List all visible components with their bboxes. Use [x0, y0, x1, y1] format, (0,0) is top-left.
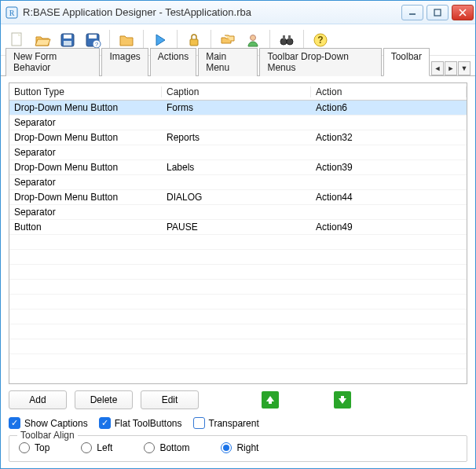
cell-caption: PAUSE: [162, 222, 311, 233]
table-row[interactable]: Separator: [9, 115, 467, 130]
tab-new-form-behavior[interactable]: New Form Behavior: [5, 48, 100, 76]
table-row-empty: [9, 354, 467, 369]
cell-type: Separator: [9, 117, 162, 128]
svg-rect-20: [283, 35, 285, 39]
edit-button[interactable]: Edit: [141, 390, 199, 409]
svg-text:?: ?: [317, 35, 323, 46]
svg-rect-27: [341, 396, 344, 399]
cell-action: Action39: [311, 162, 467, 173]
table-row[interactable]: ButtonPAUSEAction49: [9, 220, 467, 235]
table-row-empty: [9, 235, 467, 250]
cell-action: Action44: [311, 192, 467, 203]
tab-toolbar[interactable]: Toolbar: [383, 48, 430, 76]
tab-content: Button Type Caption Action Drop-Down Men…: [1, 76, 475, 468]
align-options: TopLeftBottomRight: [19, 442, 457, 453]
move-up-icon[interactable]: [262, 391, 279, 409]
table-row-empty: [9, 265, 467, 280]
align-radio-top[interactable]: Top: [19, 442, 49, 453]
radio-icon: [19, 442, 30, 453]
table-row[interactable]: Separator: [9, 205, 467, 220]
tab-strip: New Form BehaviorImagesActionsMain MenuT…: [1, 56, 475, 76]
svg-rect-3: [434, 9, 441, 16]
svg-point-17: [251, 35, 256, 40]
tab-images[interactable]: Images: [101, 48, 148, 76]
radio-label: Right: [236, 442, 258, 453]
svg-rect-10: [64, 41, 71, 46]
svg-marker-15: [156, 35, 165, 46]
table-row[interactable]: Drop-Down Menu ButtonLabelsAction39: [9, 160, 467, 175]
table-row-empty: [9, 295, 467, 310]
toolbar-grid[interactable]: Button Type Caption Action Drop-Down Men…: [9, 82, 467, 384]
table-row[interactable]: Separator: [9, 145, 467, 160]
checkbox-label: Flat ToolButtons: [115, 418, 182, 429]
align-radio-right[interactable]: Right: [221, 442, 258, 453]
svg-rect-21: [288, 35, 291, 39]
table-row-empty: [9, 310, 467, 324]
cell-caption: Forms: [162, 102, 311, 113]
radio-label: Top: [35, 442, 49, 453]
cell-type: Separator: [9, 147, 162, 158]
table-row[interactable]: Drop-Down Menu ButtonReportsAction32: [9, 130, 467, 145]
checkbox-label: Transparent: [209, 418, 259, 429]
cell-type: Drop-Down Menu Button: [9, 132, 162, 143]
app-icon: R: [5, 6, 18, 19]
cell-caption: Reports: [162, 132, 311, 143]
checkbox-label: Show Captions: [24, 418, 88, 429]
transparent-checkbox[interactable]: Transparent: [193, 417, 259, 429]
col-header-action[interactable]: Action: [311, 86, 467, 97]
cell-action: Action6: [311, 102, 467, 113]
app-window: R R:BASE Application Designer - TestAppl…: [0, 0, 476, 469]
table-row[interactable]: Drop-Down Menu ButtonFormsAction6: [9, 101, 467, 115]
move-down-icon[interactable]: [334, 391, 351, 409]
maximize-button[interactable]: [427, 5, 449, 20]
window-controls: [401, 5, 474, 20]
show-captions-checkbox[interactable]: ✓ Show Captions: [9, 417, 88, 429]
tab-scroll-right[interactable]: ►: [445, 61, 457, 75]
cell-type: Separator: [9, 177, 162, 188]
radio-label: Left: [97, 442, 112, 453]
radio-label: Bottom: [159, 442, 189, 453]
radio-icon: [81, 442, 92, 453]
tab-dropdown[interactable]: ▼: [458, 61, 471, 75]
col-header-type[interactable]: Button Type: [9, 86, 162, 97]
tab-toolbar-drop-down-menus[interactable]: Toolbar Drop-Down Menus: [259, 48, 381, 76]
svg-point-19: [287, 38, 293, 45]
delete-button[interactable]: Delete: [75, 390, 133, 409]
flat-toolbuttons-checkbox[interactable]: ✓ Flat ToolButtons: [99, 417, 182, 429]
cell-type: Drop-Down Menu Button: [9, 102, 162, 113]
minimize-button[interactable]: [401, 5, 423, 20]
svg-marker-26: [339, 398, 346, 404]
cell-type: Drop-Down Menu Button: [9, 192, 162, 203]
svg-rect-16: [190, 39, 198, 46]
table-row[interactable]: Drop-Down Menu ButtonDIALOGAction44: [9, 190, 467, 205]
grid-body[interactable]: Drop-Down Menu ButtonFormsAction6Separat…: [9, 101, 467, 383]
svg-marker-24: [266, 396, 274, 401]
cell-type: Button: [9, 222, 162, 233]
align-radio-bottom[interactable]: Bottom: [144, 442, 189, 453]
cell-caption: DIALOG: [162, 192, 311, 203]
tab-scroll-left[interactable]: ◄: [431, 61, 444, 75]
cell-type: Separator: [9, 207, 162, 218]
radio-icon: [221, 442, 232, 453]
align-radio-left[interactable]: Left: [81, 442, 112, 453]
add-button[interactable]: Add: [9, 390, 67, 409]
cell-type: Drop-Down Menu Button: [9, 162, 162, 173]
table-row[interactable]: Separator: [9, 175, 467, 190]
tab-actions[interactable]: Actions: [150, 48, 196, 76]
table-row-empty: [9, 339, 467, 354]
table-row-empty: [9, 280, 467, 295]
titlebar: R R:BASE Application Designer - TestAppl…: [1, 1, 475, 24]
radio-icon: [144, 442, 155, 453]
window-title: R:BASE Application Designer - TestApplic…: [23, 6, 401, 18]
table-row-empty: [9, 324, 467, 339]
tab-main-menu[interactable]: Main Menu: [198, 48, 258, 76]
close-button[interactable]: [452, 5, 474, 20]
group-legend: Toolbar Align: [17, 430, 78, 441]
col-header-caption[interactable]: Caption: [162, 86, 311, 97]
table-row-empty: [9, 250, 467, 265]
svg-rect-12: [89, 35, 97, 38]
checkbox-icon: ✓: [9, 417, 20, 429]
cell-action: Action49: [311, 222, 467, 233]
grid-buttons: Add Delete Edit: [9, 390, 467, 409]
svg-rect-25: [269, 401, 272, 404]
